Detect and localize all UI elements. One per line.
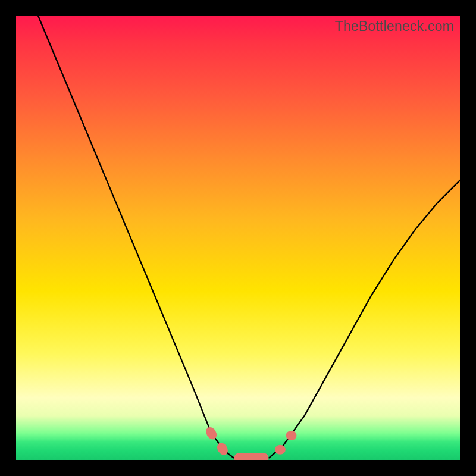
watermark-text: TheBottleneck.com xyxy=(335,18,454,35)
marker-left-lower xyxy=(215,441,230,457)
marker-left-upper xyxy=(204,425,219,441)
curve-left xyxy=(38,16,233,458)
chart-svg xyxy=(16,16,460,460)
marker-bottom-flat xyxy=(234,453,268,460)
marker-right-upper xyxy=(286,431,297,440)
marker-right-lower xyxy=(275,445,286,455)
curve-right xyxy=(269,180,460,458)
chart-plot-area: TheBottleneck.com xyxy=(16,16,460,460)
